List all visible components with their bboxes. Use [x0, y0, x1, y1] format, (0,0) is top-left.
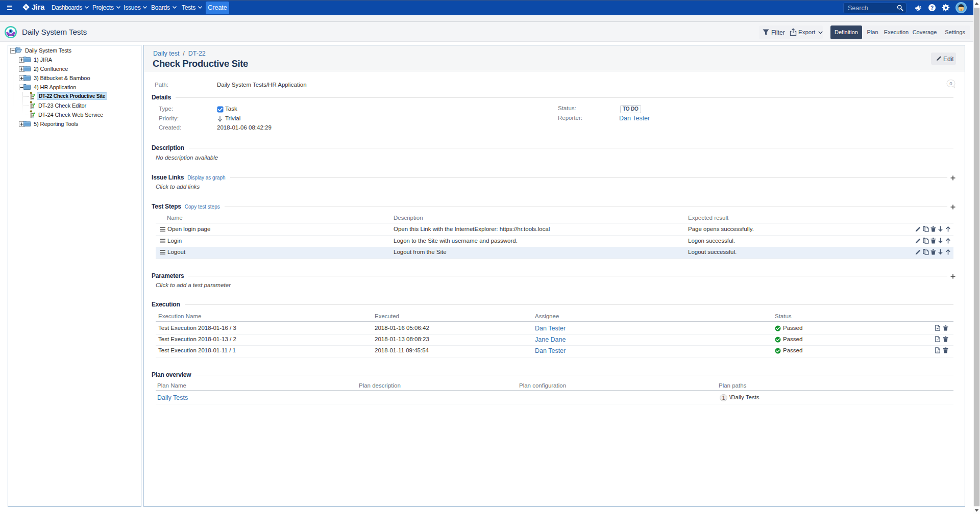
- svg-text:0: 0: [949, 81, 952, 86]
- svg-text:?: ?: [930, 5, 934, 11]
